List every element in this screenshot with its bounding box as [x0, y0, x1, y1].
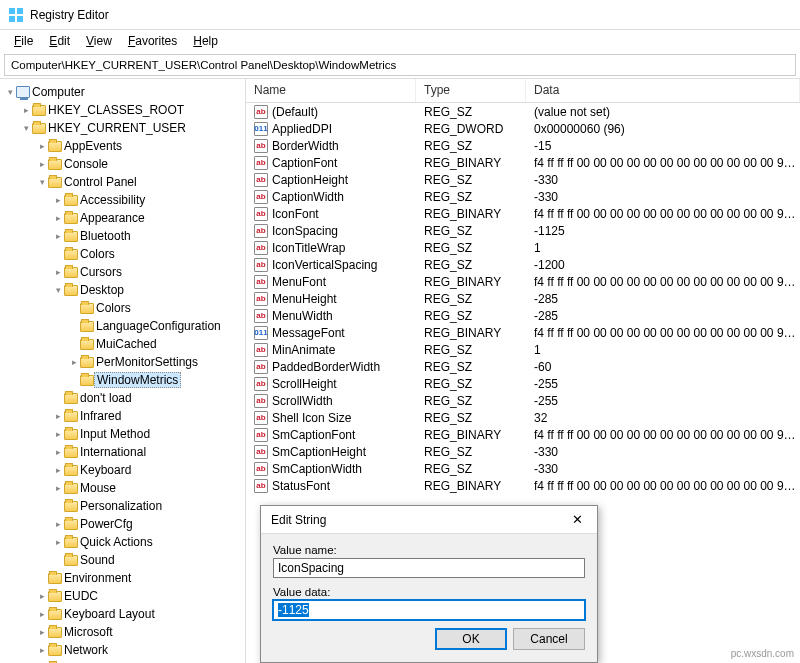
tree-environment[interactable]: Environment — [32, 569, 245, 587]
folder-icon — [48, 159, 62, 170]
reg-value-icon: ab — [254, 224, 268, 238]
folder-icon — [80, 303, 94, 314]
menu-edit[interactable]: Edit — [43, 32, 76, 50]
tree-pane[interactable]: ▾Computer ▸HKEY_CLASSES_ROOT ▾HKEY_CURRE… — [0, 79, 246, 663]
tree-eudc[interactable]: ▸EUDC — [32, 587, 245, 605]
value-row[interactable]: abSmCaptionFontREG_BINARYf4 ff ff ff 00 … — [246, 426, 800, 443]
tree-quickactions[interactable]: ▸Quick Actions — [48, 533, 245, 551]
tree-sound[interactable]: Sound — [48, 551, 245, 569]
value-row[interactable]: abMenuWidthREG_SZ-285 — [246, 307, 800, 324]
tree-appevents[interactable]: ▸AppEvents — [32, 137, 245, 155]
value-row[interactable]: abStatusFontREG_BINARYf4 ff ff ff 00 00 … — [246, 477, 800, 494]
tree-dontload[interactable]: don't load — [48, 389, 245, 407]
value-name: MessageFont — [272, 326, 345, 340]
tree-accessibility[interactable]: ▸Accessibility — [48, 191, 245, 209]
folder-icon — [48, 573, 62, 584]
column-name[interactable]: Name — [246, 79, 416, 102]
tree-colors[interactable]: Colors — [48, 245, 245, 263]
folder-icon — [64, 519, 78, 530]
tree-kbdlayout[interactable]: ▸Keyboard Layout — [32, 605, 245, 623]
value-name: AppliedDPI — [272, 122, 332, 136]
value-row[interactable]: abMinAnimateREG_SZ1 — [246, 341, 800, 358]
value-row[interactable]: abCaptionWidthREG_SZ-330 — [246, 188, 800, 205]
tree-desktop-colors[interactable]: Colors — [64, 299, 245, 317]
value-name: IconVerticalSpacing — [272, 258, 377, 272]
tree-muicached[interactable]: MuiCached — [64, 335, 245, 353]
address-bar[interactable]: Computer\HKEY_CURRENT_USER\Control Panel… — [4, 54, 796, 76]
tree-hkcr[interactable]: ▸HKEY_CLASSES_ROOT — [16, 101, 245, 119]
folder-icon — [48, 627, 62, 638]
tree-printers[interactable]: ▸Printers — [32, 659, 245, 663]
value-name-input[interactable]: IconSpacing — [273, 558, 585, 578]
tree-permonitor[interactable]: ▸PerMonitorSettings — [64, 353, 245, 371]
value-row[interactable]: abSmCaptionWidthREG_SZ-330 — [246, 460, 800, 477]
value-row[interactable]: 011AppliedDPIREG_DWORD0x00000060 (96) — [246, 120, 800, 137]
folder-icon — [64, 213, 78, 224]
value-row[interactable]: abIconVerticalSpacingREG_SZ-1200 — [246, 256, 800, 273]
tree-computer[interactable]: ▾Computer — [0, 83, 245, 101]
column-type[interactable]: Type — [416, 79, 526, 102]
value-data: 1 — [534, 241, 800, 255]
tree-mouse[interactable]: ▸Mouse — [48, 479, 245, 497]
tree-cursors[interactable]: ▸Cursors — [48, 263, 245, 281]
tree-inputmethod[interactable]: ▸Input Method — [48, 425, 245, 443]
menu-favorites[interactable]: Favorites — [122, 32, 183, 50]
reg-value-icon: ab — [254, 377, 268, 391]
value-row[interactable]: abScrollWidthREG_SZ-255 — [246, 392, 800, 409]
value-row[interactable]: abMenuHeightREG_SZ-285 — [246, 290, 800, 307]
value-row[interactable]: 011MessageFontREG_BINARYf4 ff ff ff 00 0… — [246, 324, 800, 341]
value-data: f4 ff ff ff 00 00 00 00 00 00 00 00 00 0… — [534, 275, 800, 289]
value-name: StatusFont — [272, 479, 330, 493]
folder-icon — [32, 105, 46, 116]
value-name-label: Value name: — [273, 544, 585, 556]
tree-desktop[interactable]: ▾Desktop — [48, 281, 245, 299]
tree-international[interactable]: ▸International — [48, 443, 245, 461]
tree-powercfg[interactable]: ▸PowerCfg — [48, 515, 245, 533]
tree-controlpanel[interactable]: ▾Control Panel — [32, 173, 245, 191]
cancel-button[interactable]: Cancel — [513, 628, 585, 650]
value-row[interactable]: abIconTitleWrapREG_SZ1 — [246, 239, 800, 256]
value-row[interactable]: abIconFontREG_BINARYf4 ff ff ff 00 00 00… — [246, 205, 800, 222]
ok-button[interactable]: OK — [435, 628, 507, 650]
value-data-input[interactable]: -1125 — [273, 600, 585, 620]
tree-microsoft[interactable]: ▸Microsoft — [32, 623, 245, 641]
tree-console[interactable]: ▸Console — [32, 155, 245, 173]
value-row[interactable]: abMenuFontREG_BINARYf4 ff ff ff 00 00 00… — [246, 273, 800, 290]
list-header: Name Type Data — [246, 79, 800, 103]
tree-windowmetrics[interactable]: WindowMetrics — [64, 371, 245, 389]
tree-personalization[interactable]: Personalization — [48, 497, 245, 515]
tree-hkcu[interactable]: ▾HKEY_CURRENT_USER — [16, 119, 245, 137]
value-row[interactable]: abScrollHeightREG_SZ-255 — [246, 375, 800, 392]
value-row[interactable]: abSmCaptionHeightREG_SZ-330 — [246, 443, 800, 460]
tree-langcfg[interactable]: LanguageConfiguration — [64, 317, 245, 335]
value-type: REG_SZ — [424, 139, 534, 153]
menu-view[interactable]: View — [80, 32, 118, 50]
value-row[interactable]: abBorderWidthREG_SZ-15 — [246, 137, 800, 154]
tree-network[interactable]: ▸Network — [32, 641, 245, 659]
value-row[interactable]: abCaptionFontREG_BINARYf4 ff ff ff 00 00… — [246, 154, 800, 171]
reg-value-icon: ab — [254, 241, 268, 255]
value-data-label: Value data: — [273, 586, 585, 598]
value-row[interactable]: abShell Icon SizeREG_SZ32 — [246, 409, 800, 426]
folder-icon — [64, 393, 78, 404]
reg-value-icon: ab — [254, 139, 268, 153]
value-row[interactable]: abIconSpacingREG_SZ-1125 — [246, 222, 800, 239]
reg-value-icon: ab — [254, 360, 268, 374]
tree-infrared[interactable]: ▸Infrared — [48, 407, 245, 425]
tree-bluetooth[interactable]: ▸Bluetooth — [48, 227, 245, 245]
value-row[interactable]: abPaddedBorderWidthREG_SZ-60 — [246, 358, 800, 375]
tree-appearance[interactable]: ▸Appearance — [48, 209, 245, 227]
dialog-titlebar[interactable]: Edit String ✕ — [261, 506, 597, 534]
column-data[interactable]: Data — [526, 79, 800, 102]
folder-icon — [80, 321, 94, 332]
tree-keyboard[interactable]: ▸Keyboard — [48, 461, 245, 479]
value-row[interactable]: ab(Default)REG_SZ(value not set) — [246, 103, 800, 120]
menu-help[interactable]: Help — [187, 32, 224, 50]
value-row[interactable]: abCaptionHeightREG_SZ-330 — [246, 171, 800, 188]
value-type: REG_BINARY — [424, 479, 534, 493]
value-data: -15 — [534, 139, 800, 153]
value-data: f4 ff ff ff 00 00 00 00 00 00 00 00 00 0… — [534, 479, 800, 493]
close-icon[interactable]: ✕ — [561, 509, 593, 531]
value-name: CaptionFont — [272, 156, 337, 170]
menu-file[interactable]: File — [8, 32, 39, 50]
